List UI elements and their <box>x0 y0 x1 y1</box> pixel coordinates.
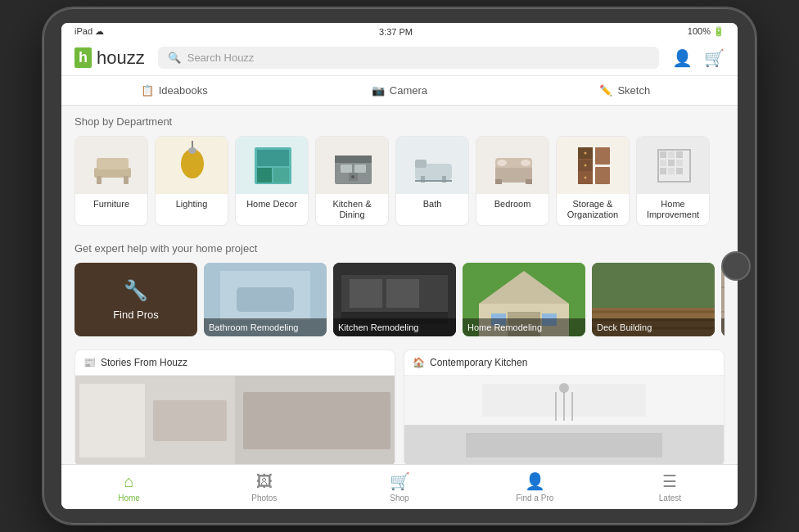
logo[interactable]: h houzz <box>74 47 145 69</box>
tablet-screen: iPad ☁ 3:37 PM 100% 🔋 h houzz 🔍 Search H… <box>61 23 738 509</box>
contemporary-kitchen-card[interactable]: 🏠 Contemporary Kitchen <box>404 349 725 464</box>
contemporary-kitchen-icon: 🏠 <box>413 357 425 368</box>
home-button[interactable] <box>721 251 751 281</box>
sketch-label: Sketch <box>617 84 650 97</box>
home-remodeling-label: Home Remodeling <box>463 318 585 336</box>
home-decor-label: Home Decor <box>236 194 308 214</box>
svg-rect-18 <box>415 160 427 168</box>
photos-tab-label: Photos <box>251 494 277 503</box>
svg-rect-45 <box>668 168 675 174</box>
bath-label: Bath <box>396 194 468 214</box>
svg-rect-2 <box>97 176 102 184</box>
find-a-pro-tab-icon: 👤 <box>525 471 545 491</box>
svg-rect-101 <box>466 433 662 458</box>
status-right: 100% 🔋 <box>688 26 725 37</box>
kitchen-remodeling-card[interactable]: Kitchen Remodeling <box>333 263 456 336</box>
search-icon: 🔍 <box>168 52 181 64</box>
svg-rect-46 <box>676 168 683 174</box>
deck-building-card[interactable]: Deck Building <box>592 263 715 336</box>
dept-bath[interactable]: Bath <box>395 136 469 226</box>
tab-home[interactable]: ⌂ Home <box>61 465 196 509</box>
svg-rect-53 <box>350 279 382 308</box>
stories-image <box>75 376 395 464</box>
find-pros-label: Find Pros <box>113 309 159 321</box>
status-left: iPad ☁ <box>74 26 104 37</box>
svg-point-36 <box>584 176 586 178</box>
home-improvement-image <box>637 137 710 194</box>
dept-bedroom[interactable]: Bedroom <box>476 136 549 226</box>
kitchen-label: Kitchen & Dining <box>316 194 388 225</box>
nav-bar: 📋 Ideabooks 📷 Camera ✏️ Sketch <box>61 76 738 106</box>
status-bar: iPad ☁ 3:37 PM 100% 🔋 <box>61 23 738 40</box>
svg-rect-13 <box>341 165 352 173</box>
nav-ideabooks[interactable]: 📋 Ideabooks <box>61 76 287 105</box>
search-placeholder: Search Houzz <box>187 52 255 64</box>
svg-rect-92 <box>243 392 390 449</box>
deck-building-label: Deck Building <box>592 318 715 336</box>
svg-point-35 <box>584 164 586 166</box>
dept-storage[interactable]: Storage & Organization <box>556 136 630 226</box>
pros-section-title: Get expert help with your home project <box>74 242 725 255</box>
svg-rect-1 <box>97 158 129 169</box>
dept-lighting[interactable]: Lighting <box>155 136 228 226</box>
home-tab-icon: ⌂ <box>124 472 134 491</box>
sketch-icon: ✏️ <box>599 84 612 97</box>
tab-find-a-pro[interactable]: 👤 Find a Pro <box>467 465 603 509</box>
stories-from-houzz-card[interactable]: 📰 Stories From Houzz <box>74 349 395 464</box>
contemporary-kitchen-label: Contemporary Kitchen <box>430 357 527 368</box>
contemporary-kitchen-header: 🏠 Contemporary Kitchen <box>404 350 724 376</box>
home-decor-image <box>236 137 309 194</box>
home-remodeling-card[interactable]: Home Remodeling <box>463 263 585 336</box>
svg-rect-90 <box>79 384 145 458</box>
nav-camera[interactable]: 📷 Camera <box>287 76 512 105</box>
bathroom-remodeling-card[interactable]: Bathroom Remodeling <box>204 263 327 336</box>
home-tab-label: Home <box>118 494 140 503</box>
logo-h-icon: h <box>74 47 92 68</box>
camera-icon: 📷 <box>372 84 385 97</box>
svg-rect-8 <box>257 150 289 166</box>
find-pros-card[interactable]: 🔧 Find Pros <box>74 263 197 336</box>
lighting-image <box>156 137 228 194</box>
svg-rect-9 <box>257 168 272 183</box>
app-header: h houzz 🔍 Search Houzz 👤 🛒 <box>61 40 738 76</box>
stories-label: Stories From Houzz <box>101 357 187 368</box>
furniture-label: Furniture <box>75 194 147 214</box>
dept-kitchen-dining[interactable]: Kitchen & Dining <box>315 136 389 226</box>
dept-home-improvement[interactable]: Home Improvement <box>636 136 710 226</box>
header-icons: 👤 🛒 <box>672 48 725 68</box>
tab-latest[interactable]: ☰ Latest <box>603 465 738 509</box>
search-bar[interactable]: 🔍 Search Houzz <box>158 47 659 69</box>
lighting-label: Lighting <box>156 194 228 214</box>
ipad-label: iPad ☁ <box>74 26 104 37</box>
cart-icon[interactable]: 🛒 <box>704 48 725 68</box>
ideabooks-label: Ideabooks <box>159 84 208 97</box>
svg-point-6 <box>188 147 196 154</box>
pros-grid: 🔧 Find Pros Bathroom Remodeling Kit <box>74 263 725 336</box>
tab-photos[interactable]: 🖼 Photos <box>196 465 332 509</box>
find-a-pro-tab-label: Find a Pro <box>516 494 553 503</box>
kitchen-image <box>316 137 389 194</box>
svg-point-97 <box>559 383 569 393</box>
svg-rect-40 <box>676 151 683 158</box>
tab-shop[interactable]: 🛒 Shop <box>332 465 467 509</box>
svg-rect-38 <box>660 151 666 158</box>
svg-rect-24 <box>497 160 507 166</box>
bedroom-label: Bedroom <box>476 194 548 214</box>
svg-rect-26 <box>495 179 502 184</box>
find-pros-icon: 🔧 <box>124 279 148 302</box>
nav-sketch[interactable]: ✏️ Sketch <box>512 76 738 105</box>
profile-icon[interactable]: 👤 <box>672 48 693 68</box>
flooring-installation-label: Flooring Installation <box>721 318 725 336</box>
shop-section-title: Shop by Department <box>74 115 725 128</box>
svg-rect-91 <box>153 400 227 441</box>
dept-home-decor[interactable]: Home Decor <box>235 136 309 226</box>
svg-rect-12 <box>335 156 372 163</box>
stories-icon: 📰 <box>84 357 96 368</box>
svg-rect-29 <box>595 147 610 165</box>
logo-text: houzz <box>97 47 145 69</box>
shop-tab-label: Shop <box>390 494 409 503</box>
svg-rect-27 <box>526 179 532 184</box>
dept-furniture[interactable]: Furniture <box>74 136 148 226</box>
bedroom-image <box>476 137 549 194</box>
svg-rect-14 <box>354 165 366 173</box>
